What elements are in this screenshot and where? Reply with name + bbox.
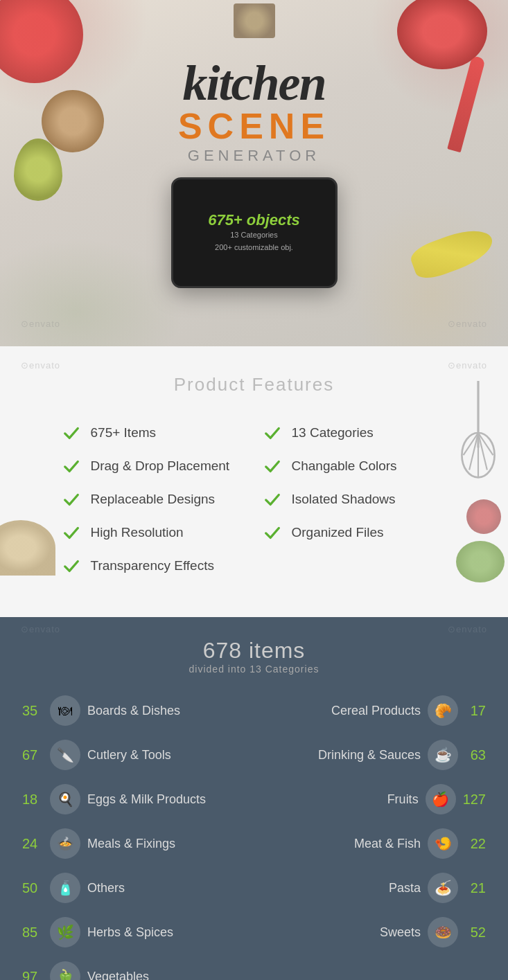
cat-icon-cereal: 🥐 [428,695,458,726]
cat-number-drinking: 63 [465,747,486,763]
cat-number-sweets: 52 [465,925,486,941]
cat-icon-meals: 🍲 [50,828,80,859]
berries-decor-features [466,499,501,534]
cat-name-pasta: Pasta [263,881,421,896]
check-icon-3 [62,523,81,542]
feature-label-3: High Resolution [91,525,184,540]
feature-label-r3: Organized Files [292,525,384,540]
cat-number-vegetables: 97 [22,969,43,981]
cat-number-meat: 22 [465,836,486,852]
food-decor-coffee [42,90,104,152]
features-grid: 675+ Items Drag & Drop Placement Replace… [53,416,455,582]
cat-name-eggs: Eggs & Milk Products [87,792,246,807]
check-icon-1 [62,456,81,476]
categories-header: 678 items divided into 13 Categories [14,638,494,675]
features-right-col: 13 Categories Changable Colors Isolated … [254,416,455,582]
categories-left: 35 🍽 Boards & Dishes 67 🔪 Cutlery & Tool… [14,688,254,980]
hero-tablet: 675+ objects 13 Categories 200+ customiz… [171,177,338,288]
cat-name-sweets: Sweets [263,925,421,940]
check-icon-2 [62,490,81,509]
cat-name-boards: Boards & Dishes [87,704,246,718]
feature-item-4: Transparency Effects [53,549,254,582]
cat-item-cutlery: 67 🔪 Cutlery & Tools [14,733,254,777]
cat-number-cereal: 17 [465,703,486,719]
cat-item-boards: 35 🍽 Boards & Dishes [14,688,254,733]
whisk-icon [454,381,502,485]
tablet-subtitle: 13 Categories 200+ customizable obj. [215,229,293,253]
envato-watermark-2: ⊙envato [448,319,487,329]
feature-item-r0: 13 Categories [254,416,455,449]
cat-name-fruits: Fruits [263,792,419,807]
cat-number-herbs: 85 [22,925,43,941]
feature-item-1: Drag & Drop Placement [53,449,254,483]
features-section: ⊙envato ⊙envato Product Features 675+ It… [0,346,508,617]
cat-number-boards: 35 [22,703,43,719]
tablet-objects-count: 675+ objects [208,211,300,229]
cat-item-herbs: 85 🌿 Herbs & Spices [14,910,254,954]
check-icon-r3 [263,523,282,542]
cat-number-cutlery: 67 [22,747,43,763]
cat-name-drinking: Drinking & Sauces [263,748,421,763]
cat-item-others: 50 🧴 Others [14,866,254,910]
cat-number-others: 50 [22,880,43,896]
feature-item-2: Replaceable Designs [53,483,254,516]
categories-envato-2: ⊙envato [448,624,487,634]
feature-item-0: 675+ Items [53,416,254,449]
food-decor-spices [234,3,275,38]
features-left-col: 675+ Items Drag & Drop Placement Replace… [53,416,254,582]
features-envato-1: ⊙envato [21,360,60,371]
cat-name-cutlery: Cutlery & Tools [87,748,246,763]
cat-item-drinking: 63 ☕ Drinking & Sauces [254,733,495,777]
hero-content: kitchen SCENE GENERATOR 675+ objects 13 … [171,58,338,288]
categories-right: 17 🥐 Cereal Products 63 ☕ Drinking & Sau… [254,688,495,980]
features-envato-2: ⊙envato [448,360,487,371]
check-icon-0 [62,423,81,443]
feature-item-r2: Isolated Shadows [254,483,455,516]
cat-icon-sweets: 🍩 [428,917,458,947]
cat-icon-pasta: 🍝 [428,873,458,903]
cat-icon-meat: 🍤 [428,828,458,859]
cat-item-eggs: 18 🍳 Eggs & Milk Products [14,777,254,821]
feature-item-r3: Organized Files [254,516,455,549]
cat-number-meals: 24 [22,836,43,852]
cat-name-meals: Meals & Fixings [87,837,246,851]
feature-item-r1: Changable Colors [254,449,455,483]
cat-item-meat: 22 🍤 Meat & Fish [254,821,495,866]
cat-name-meat: Meat & Fish [263,837,421,851]
feature-label-r2: Isolated Shadows [292,492,396,507]
cat-icon-herbs: 🌿 [50,917,80,947]
cat-item-pasta: 21 🍝 Pasta [254,866,495,910]
check-icon-r1 [263,456,282,476]
cat-name-herbs: Herbs & Spices [87,925,246,940]
cat-item-sweets: 52 🍩 Sweets [254,910,495,954]
cat-number-eggs: 18 [22,792,43,808]
categories-subtitle: divided into 13 Categories [14,663,494,675]
cat-icon-fruits: 🍎 [426,784,456,814]
cat-number-pasta: 21 [465,880,486,896]
cat-icon-others: 🧴 [50,873,80,903]
cat-number-fruits: 127 [463,792,486,808]
check-icon-4 [62,556,81,576]
cat-name-others: Others [87,881,246,896]
cat-icon-drinking: ☕ [428,740,458,770]
cat-name-vegetables: Vegetables [87,970,246,981]
cat-icon-cutlery: 🔪 [50,740,80,770]
cat-item-cereal: 17 🥐 Cereal Products [254,688,495,733]
hero-section: ⊙envato ⊙envato kitchen SCENE GENERATOR … [0,0,508,346]
hero-title-generator: GENERATOR [171,147,338,165]
categories-grid: 35 🍽 Boards & Dishes 67 🔪 Cutlery & Tool… [14,688,494,980]
basket-decor [0,520,55,576]
cat-icon-eggs: 🍳 [50,784,80,814]
feature-label-0: 675+ Items [91,425,157,440]
check-icon-r2 [263,490,282,509]
feature-label-r0: 13 Categories [292,425,374,440]
feature-label-1: Drag & Drop Placement [91,458,230,474]
features-title: Product Features [21,374,487,395]
cat-icon-boards: 🍽 [50,695,80,726]
hero-title-scene: SCENE [171,108,338,144]
feature-label-r1: Changable Colors [292,458,397,474]
envato-watermark-1: ⊙envato [21,319,60,329]
check-icon-r0 [263,423,282,443]
cat-icon-vegetables: 🫑 [50,961,80,980]
cat-item-meals: 24 🍲 Meals & Fixings [14,821,254,866]
